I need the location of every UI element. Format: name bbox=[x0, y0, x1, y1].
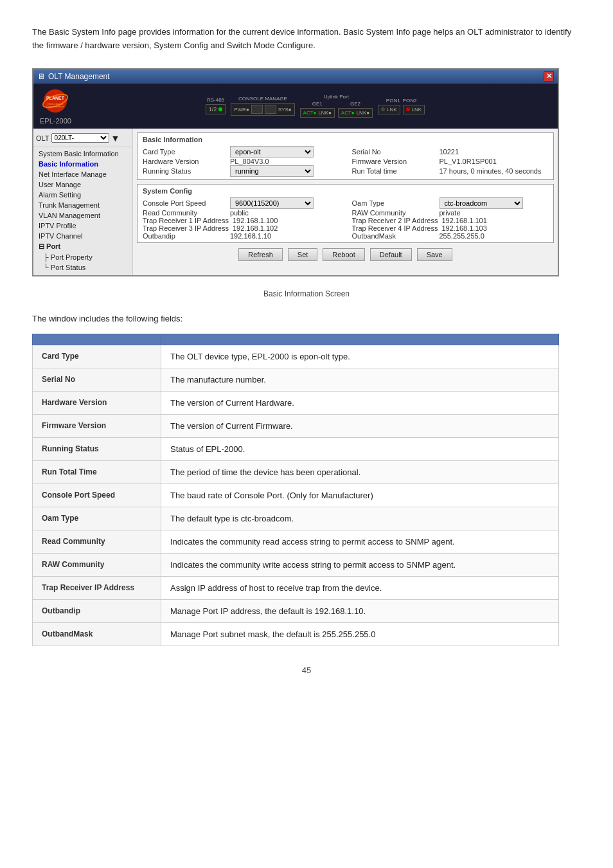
led-pon2 bbox=[406, 107, 410, 111]
sidebar-item-vlan-mgmt[interactable]: VLAN Management bbox=[33, 210, 132, 221]
row-read-raw-community: Read Community public RAW Community priv… bbox=[143, 209, 548, 217]
intro-paragraph: The Basic System Info page provides info… bbox=[32, 26, 581, 53]
field-name-cell: Console Port Speed bbox=[33, 484, 161, 507]
row-console-oam: Console Port Speed 9600(115200) Oam Type… bbox=[143, 197, 548, 209]
table-row: OutbandMaskManage Port subnet mask, the … bbox=[33, 622, 559, 646]
field-name-cell: Card Type bbox=[33, 345, 161, 368]
planet-logo: PLANET Networking & Communication EPL-20… bbox=[40, 87, 71, 125]
field-desc-cell: Indicates the community read access stri… bbox=[161, 530, 559, 553]
trap3-label: Trap Receiver 3 IP Address bbox=[143, 224, 229, 232]
sidebar-item-iptv-profile[interactable]: IPTV Profile bbox=[33, 221, 132, 231]
oam-type-select[interactable]: ctc-broadcom bbox=[440, 197, 523, 209]
sidebar-divider-1 bbox=[33, 147, 132, 147]
field-desc-cell: Manage Port subnet mask, the default is … bbox=[161, 622, 559, 646]
row-trap3-trap4: Trap Receiver 3 IP Address 192.168.1.102… bbox=[143, 224, 548, 232]
planet-logo-svg: PLANET Networking & Communication bbox=[42, 87, 69, 114]
sidebar-item-port[interactable]: ⊟ Port bbox=[33, 241, 132, 252]
olt-management-window: 🖥 OLT Management ✕ PLANET Networking & C… bbox=[32, 68, 559, 276]
field-name-cell: Outbandip bbox=[33, 599, 161, 622]
field-name-cell: Firmware Version bbox=[33, 414, 161, 437]
table-row: Running StatusStatus of EPL-2000. bbox=[33, 437, 559, 460]
trap4-label: Trap Receiver 4 IP Address bbox=[352, 224, 438, 232]
ge2-group: GE2 ACT● LNK● bbox=[338, 101, 373, 118]
refresh-button[interactable]: Refresh bbox=[238, 248, 283, 261]
field-desc-cell: Indicates the community write access str… bbox=[161, 553, 559, 576]
sidebar-item-alarm-setting[interactable]: Alarm Setting bbox=[33, 190, 132, 200]
system-config-title: System Config bbox=[143, 187, 548, 195]
table-row: Oam TypeThe default type is ctc-broadcom… bbox=[33, 507, 559, 530]
outbandip-label: Outbandip bbox=[143, 232, 226, 240]
running-status-select[interactable]: running bbox=[230, 165, 314, 177]
trap4-value: 192.168.1.103 bbox=[441, 224, 486, 232]
table-row: Read CommunityIndicates the community re… bbox=[33, 530, 559, 553]
field-desc-cell: The default type is ctc-broadcom. bbox=[161, 507, 559, 530]
outbandmask-label: OutbandMask bbox=[352, 232, 436, 240]
oam-type-label: Oam Type bbox=[352, 199, 436, 207]
field-desc-cell: The version of Current Hardware. bbox=[161, 391, 559, 414]
row-card-serial: Card Type epon-olt Serial No 10221 bbox=[143, 146, 548, 158]
field-name-cell: Running Status bbox=[33, 437, 161, 460]
table-row: Serial NoThe manufacture number. bbox=[33, 368, 559, 391]
basic-info-section: Basic Information Card Type epon-olt Ser… bbox=[137, 132, 554, 180]
ge1-group: GE1 ACT● LNK● bbox=[300, 101, 335, 118]
sidebar-item-port-property[interactable]: ├ Port Property bbox=[33, 252, 132, 262]
run-total-value: 17 hours, 0 minutes, 40 seconds bbox=[440, 167, 542, 175]
card-type-label: Card Type bbox=[143, 148, 226, 156]
olt-main-content: Basic Information Card Type epon-olt Ser… bbox=[133, 129, 558, 275]
svg-point-0 bbox=[44, 89, 67, 113]
sidebar-item-user-manage[interactable]: User Manage bbox=[33, 179, 132, 190]
window-close-button[interactable]: ✕ bbox=[544, 71, 554, 82]
sidebar-item-iptv-channel[interactable]: IPTV Channel bbox=[33, 231, 132, 241]
sidebar-item-net-interface[interactable]: Net Interface Manage bbox=[33, 169, 132, 179]
serial-no-value: 10221 bbox=[440, 148, 459, 156]
olt-selector-row: OLT 020LT- ▼ bbox=[33, 131, 132, 145]
pon-group: PON1 PON2 LNK LNK bbox=[378, 98, 425, 114]
reboot-button[interactable]: Reboot bbox=[323, 248, 364, 261]
olt-sidebar: OLT 020LT- ▼ System Basic Information Ba… bbox=[33, 129, 133, 275]
sidebar-expand-icon[interactable]: ▼ bbox=[111, 133, 120, 143]
run-total-label: Run Total time bbox=[352, 167, 436, 175]
field-name-cell: Hardware Version bbox=[33, 391, 161, 414]
console-manage-group: CONSOLE MANAGE PWR● SYS● bbox=[231, 96, 294, 116]
trap1-label: Trap Receiver 1 IP Address bbox=[143, 217, 229, 224]
sidebar-item-port-status[interactable]: └ Port Status bbox=[33, 262, 132, 273]
device-model-label: EPL-2000 bbox=[40, 117, 71, 125]
sidebar-item-basic-info[interactable]: Basic Information bbox=[33, 159, 132, 169]
port-box2 bbox=[265, 105, 276, 114]
trap2-label: Trap Receiver 2 IP Address bbox=[352, 217, 438, 224]
table-col1-header bbox=[33, 334, 161, 345]
table-row: Console Port SpeedThe baud rate of Conso… bbox=[33, 484, 559, 507]
trap3-value: 192.168.1.102 bbox=[233, 224, 278, 232]
raw-community-value: private bbox=[440, 209, 461, 217]
hw-version-value: PL_804V3.0 bbox=[230, 158, 269, 165]
field-desc-cell: The manufacture number. bbox=[161, 368, 559, 391]
read-community-label: Read Community bbox=[143, 209, 226, 217]
rs485-group: RS-485 1/2 bbox=[206, 97, 226, 114]
console-port-select[interactable]: 9600(115200) bbox=[230, 197, 314, 209]
device-indicators: RS-485 1/2 CONSOLE MANAGE PWR● SYS● Upli… bbox=[79, 94, 551, 118]
field-name-cell: Oam Type bbox=[33, 507, 161, 530]
action-buttons: Refresh Set Reboot Default Save bbox=[137, 248, 554, 261]
table-row: Card TypeThe OLT device type, EPL-2000 i… bbox=[33, 345, 559, 368]
basic-info-section-title: Basic Information bbox=[143, 136, 548, 143]
trap2-value: 192.168.1.101 bbox=[441, 217, 486, 224]
field-desc-cell: The OLT device type, EPL-2000 is epon-ol… bbox=[161, 345, 559, 368]
sidebar-item-system-basic[interactable]: System Basic Information bbox=[33, 149, 132, 159]
save-button[interactable]: Save bbox=[417, 248, 452, 261]
olt-selector-dropdown[interactable]: 020LT- bbox=[51, 133, 109, 143]
set-button[interactable]: Set bbox=[288, 248, 318, 261]
field-name-cell: Read Community bbox=[33, 530, 161, 553]
default-button[interactable]: Default bbox=[370, 248, 412, 261]
led-pon1 bbox=[381, 107, 385, 111]
raw-community-label: RAW Community bbox=[352, 209, 436, 217]
system-config-section: System Config Console Port Speed 9600(11… bbox=[137, 184, 554, 243]
row-running-status: Running Status running Run Total time 17… bbox=[143, 165, 548, 177]
screenshot-caption: Basic Information Screen bbox=[32, 289, 581, 298]
field-name-cell: RAW Community bbox=[33, 553, 161, 576]
field-desc-cell: Assign IP address of host to receive tra… bbox=[161, 576, 559, 599]
row-trap1-trap2: Trap Receiver 1 IP Address 192.168.1.100… bbox=[143, 217, 548, 224]
sidebar-item-trunk-mgmt[interactable]: Trunk Management bbox=[33, 200, 132, 210]
row-outband: Outbandip 192.168.1.10 OutbandMask 255.2… bbox=[143, 232, 548, 240]
card-type-select[interactable]: epon-olt bbox=[230, 146, 314, 158]
table-col2-header bbox=[161, 334, 559, 345]
